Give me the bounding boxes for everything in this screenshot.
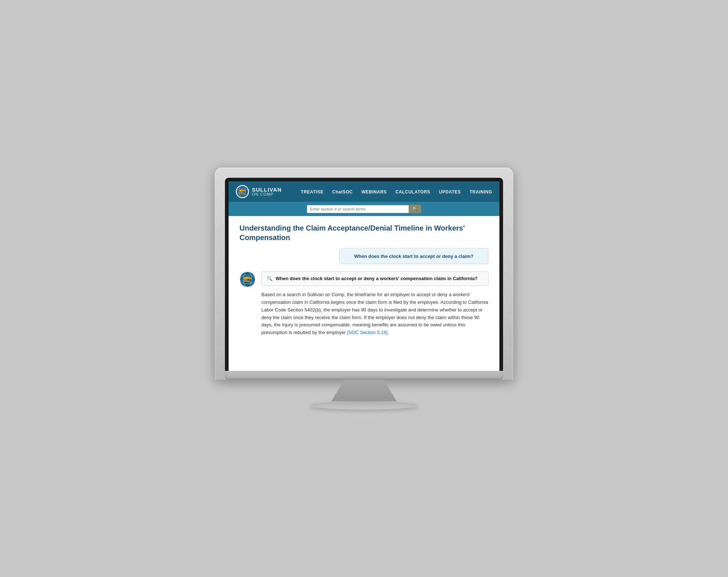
question-banner: When does the clock start to accept or d… — [339, 248, 488, 264]
nav-link-training[interactable]: TRAINING — [470, 189, 492, 195]
nav-links: TREATISE ChatSOC WEBINARS CALCULATORS UP… — [296, 188, 492, 195]
logo-area[interactable]: SULLIVAN ON COMP — [236, 185, 282, 198]
nav-item-chatsoc[interactable]: ChatSOC — [332, 188, 353, 195]
search-input-wrap — [307, 205, 409, 213]
main-content: Understanding the Claim Acceptance/Denia… — [229, 216, 499, 344]
monitor-chin — [225, 371, 503, 380]
query-search-icon: 🔍 — [267, 276, 273, 281]
nav-link-webinars[interactable]: WEBINARS — [361, 189, 387, 195]
nav-item-updates[interactable]: UPDATES — [439, 188, 461, 195]
chat-query-box: 🔍 When does the clock start to accept or… — [261, 271, 488, 286]
search-input[interactable] — [310, 207, 405, 211]
nav-item-training[interactable]: TRAINING — [470, 188, 492, 195]
logo-name1: SULLIVAN — [252, 187, 282, 192]
screen-bezel: SULLIVAN ON COMP TREATISE ChatSOC WEBINA… — [225, 178, 503, 371]
nav-link-updates[interactable]: UPDATES — [439, 189, 461, 195]
search-bar: 🔍 — [229, 202, 499, 216]
nav-item-treatise[interactable]: TREATISE — [301, 188, 323, 195]
nav-link-treatise[interactable]: TREATISE — [301, 189, 323, 195]
nav-link-chatsoc[interactable]: ChatSOC — [332, 189, 353, 195]
nav-link-calculators[interactable]: CALCULATORS — [395, 189, 430, 195]
chat-query-text: When does the clock start to accept or d… — [276, 275, 478, 282]
search-button[interactable]: 🔍 — [409, 205, 421, 213]
answer-paragraph: Based on a search in Sullivan on Comp, t… — [261, 291, 488, 337]
logo-icon — [236, 185, 249, 198]
logo-name2: ON COMP — [252, 192, 282, 196]
monitor-body: SULLIVAN ON COMP TREATISE ChatSOC WEBINA… — [215, 168, 513, 380]
screen: SULLIVAN ON COMP TREATISE ChatSOC WEBINA… — [229, 181, 499, 371]
nav-item-webinars[interactable]: WEBINARS — [361, 188, 387, 195]
navbar: SULLIVAN ON COMP TREATISE ChatSOC WEBINA… — [229, 181, 499, 202]
nav-item-calculators[interactable]: CALCULATORS — [395, 188, 430, 195]
chat-section: 🔍 When does the clock start to accept or… — [240, 271, 488, 337]
page-title: Understanding the Claim Acceptance/Denia… — [240, 223, 488, 242]
monitor-stand-base — [309, 401, 419, 409]
answer-end: . — [388, 330, 389, 335]
banner-question: When does the clock start to accept or d… — [354, 254, 474, 259]
soc-section-link[interactable]: [SOC Section 5.16] — [347, 330, 388, 335]
answer-text-main: Based on a search in Sullivan on Comp, t… — [261, 292, 488, 335]
chat-main: 🔍 When does the clock start to accept or… — [261, 271, 488, 337]
chat-avatar — [240, 271, 256, 287]
logo-text: SULLIVAN ON COMP — [252, 187, 282, 196]
monitor-mockup: SULLIVAN ON COMP TREATISE ChatSOC WEBINA… — [215, 168, 513, 409]
monitor-stand-top — [331, 380, 397, 401]
